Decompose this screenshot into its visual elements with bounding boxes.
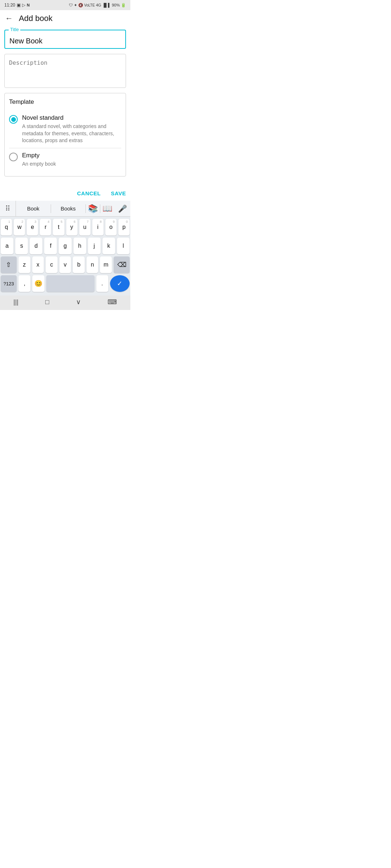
key-d[interactable]: d	[30, 238, 42, 254]
bluetooth-icon: ✦	[74, 3, 77, 8]
key-m[interactable]: m	[100, 256, 112, 273]
novel-standard-desc: A standard novel, with categories and me…	[22, 123, 121, 144]
key-k[interactable]: k	[102, 238, 115, 254]
keyboard: ⠿ Book Books 📚 📖 🎤 q1 w2 e3 r4 t5 y6 u7 …	[0, 201, 130, 295]
key-comma[interactable]: ,	[18, 275, 30, 292]
keyboard-apps-icon[interactable]: ⠿	[0, 201, 16, 217]
key-s[interactable]: s	[15, 238, 28, 254]
description-field-wrapper	[4, 54, 126, 88]
key-i[interactable]: i8	[92, 219, 104, 235]
key-x[interactable]: x	[32, 256, 44, 273]
key-e[interactable]: e3	[27, 219, 38, 235]
title-field-wrapper: Title	[4, 30, 126, 49]
microphone-icon[interactable]: 🎤	[114, 201, 130, 217]
action-row: CANCEL SAVE	[0, 187, 130, 201]
key-p[interactable]: p0	[118, 219, 130, 235]
kbd-row-1: q1 w2 e3 r4 t5 y6 u7 i8 o9 p0	[1, 219, 130, 235]
nav-back-icon[interactable]: |||	[13, 298, 18, 306]
tablet-icon: ▣	[17, 3, 21, 8]
status-left: 11:20 ▣ ▷ N	[4, 3, 30, 8]
key-f[interactable]: f	[44, 238, 57, 254]
page-title: Add book	[19, 14, 52, 23]
enter-key[interactable]: ✓	[110, 275, 130, 292]
cancel-button[interactable]: CANCEL	[77, 190, 101, 196]
battery-text: 90%	[112, 3, 120, 7]
back-button[interactable]: ←	[5, 14, 13, 22]
vol-text: VoLTE	[84, 3, 95, 7]
key-g[interactable]: g	[59, 238, 71, 254]
key-z[interactable]: z	[18, 256, 30, 273]
status-time: 11:20	[4, 3, 15, 8]
template-option-novel[interactable]: Novel standard A standard novel, with ca…	[9, 111, 121, 148]
nav-keyboard-icon[interactable]: ⌨	[108, 298, 117, 306]
emoji-key[interactable]: 😊	[32, 275, 44, 292]
suggestion-books[interactable]: Books	[51, 204, 86, 213]
key-h[interactable]: h	[73, 238, 86, 254]
key-c[interactable]: c	[46, 256, 58, 273]
status-right: 🛡 ✦ 🔇 VoLTE 4G ▐▌▌ 90% 🔋	[69, 3, 126, 8]
empty-title: Empty	[22, 152, 56, 159]
backspace-key[interactable]: ⌫	[114, 256, 130, 273]
app-bar: ← Add book	[0, 10, 130, 27]
novel-standard-title: Novel standard	[22, 114, 121, 122]
template-option-empty[interactable]: Empty An empty book	[9, 148, 121, 171]
suggestion-emoji-book[interactable]: 📖	[100, 204, 114, 213]
kbd-row-4: ?123 , 😊 . ✓	[1, 275, 130, 292]
suggestion-book[interactable]: Book	[16, 204, 51, 213]
template-label: Template	[9, 98, 121, 106]
num-key[interactable]: ?123	[1, 275, 17, 292]
key-a[interactable]: a	[1, 238, 13, 254]
radio-novel-standard[interactable]	[9, 115, 18, 124]
key-r[interactable]: r4	[40, 219, 51, 235]
status-bar: 11:20 ▣ ▷ N 🛡 ✦ 🔇 VoLTE 4G ▐▌▌ 90% 🔋	[0, 0, 130, 10]
keyboard-rows: q1 w2 e3 r4 t5 y6 u7 i8 o9 p0 a s d f g …	[0, 217, 130, 295]
mute-icon: 🔇	[78, 3, 83, 8]
shield-icon: 🛡	[69, 3, 73, 7]
key-u[interactable]: u7	[79, 219, 91, 235]
play-icon: ▷	[22, 3, 25, 8]
radio-empty[interactable]	[9, 153, 18, 161]
shift-key[interactable]: ⇧	[1, 256, 17, 273]
novel-standard-text: Novel standard A standard novel, with ca…	[22, 114, 121, 144]
nav-recents-icon[interactable]: ∨	[76, 298, 81, 306]
form-area: Title Template Novel standard A standard…	[0, 27, 130, 187]
key-o[interactable]: o9	[105, 219, 117, 235]
key-t[interactable]: t5	[53, 219, 64, 235]
empty-text: Empty An empty book	[22, 152, 56, 168]
kbd-row-3: ⇧ z x c v b n m ⌫	[1, 256, 130, 273]
key-q[interactable]: q1	[1, 219, 12, 235]
key-n[interactable]: n	[87, 256, 98, 273]
n-icon: N	[27, 3, 30, 7]
title-input[interactable]	[9, 37, 121, 45]
title-label: Title	[9, 27, 20, 32]
save-button[interactable]: SAVE	[111, 190, 126, 196]
nav-home-icon[interactable]: □	[45, 298, 49, 306]
key-j[interactable]: j	[88, 238, 101, 254]
key-period[interactable]: .	[96, 275, 108, 292]
key-l[interactable]: l	[117, 238, 130, 254]
key-y[interactable]: y6	[66, 219, 77, 235]
nav-bar: ||| □ ∨ ⌨	[0, 295, 130, 310]
key-v[interactable]: v	[59, 256, 71, 273]
description-input[interactable]	[9, 59, 121, 81]
space-key[interactable]	[46, 275, 94, 292]
radio-inner-selected	[11, 117, 16, 122]
kbd-row-2: a s d f g h j k l	[1, 238, 130, 254]
key-b[interactable]: b	[73, 256, 85, 273]
signal-icon: ▐▌▌	[102, 3, 111, 7]
4g-icon: 4G	[96, 3, 101, 7]
keyboard-suggestions-row: ⠿ Book Books 📚 📖 🎤	[0, 201, 130, 217]
template-section: Template Novel standard A standard novel…	[4, 93, 126, 176]
suggestion-emoji-books[interactable]: 📚	[86, 204, 100, 213]
key-w[interactable]: w2	[14, 219, 25, 235]
battery-icon: 🔋	[121, 3, 126, 8]
empty-desc: An empty book	[22, 161, 56, 168]
